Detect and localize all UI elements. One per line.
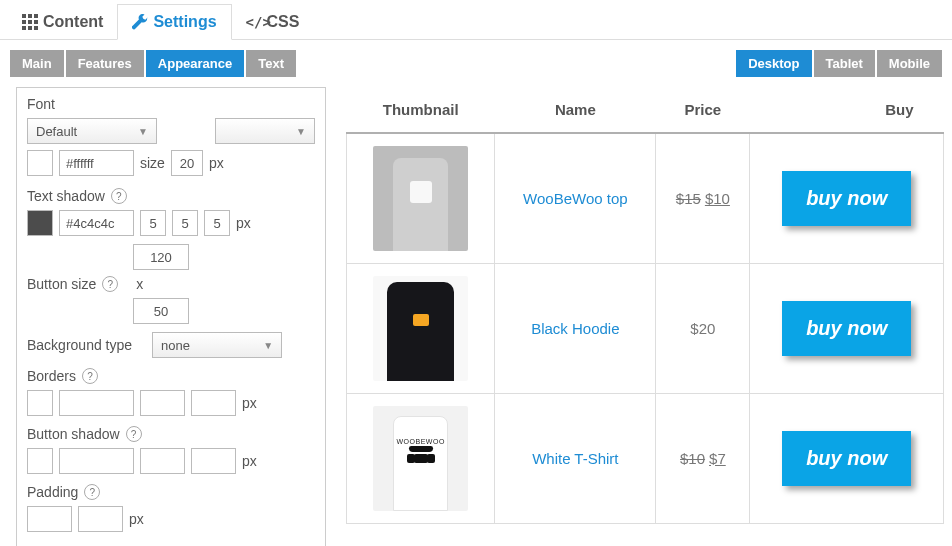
tab-content[interactable]: Content <box>8 4 117 39</box>
table-row: White T-Shirt$10$7buy now <box>347 393 944 523</box>
padding-a-input[interactable] <box>27 506 72 532</box>
cell-thumbnail <box>347 133 495 263</box>
table-row: Black Hoodie$20buy now <box>347 263 944 393</box>
tab-content-label: Content <box>43 13 103 31</box>
cell-buy: buy now <box>750 133 944 263</box>
size-label: size <box>140 155 165 171</box>
bshadow-b-input[interactable] <box>191 448 236 474</box>
sub-bar: Main Features Appearance Text Desktop Ta… <box>0 40 952 87</box>
cell-name: WooBeWoo top <box>495 133 656 263</box>
product-link[interactable]: Black Hoodie <box>531 320 619 337</box>
chevron-down-icon: ▼ <box>296 126 306 137</box>
bg-type-label: Background type <box>27 337 132 353</box>
font-family-select[interactable]: ▼ <box>215 118 315 144</box>
px-label: px <box>129 511 144 527</box>
borders-swatch[interactable] <box>27 390 53 416</box>
button-w-input[interactable] <box>133 244 189 270</box>
button-h-input[interactable] <box>133 298 189 324</box>
svg-rect-0 <box>22 14 26 18</box>
shadow-color-input[interactable] <box>59 210 134 236</box>
settings-panel: Font Default▼ ▼ size px Text shadow ? px <box>16 87 326 546</box>
borders-b-input[interactable] <box>191 390 236 416</box>
product-link[interactable]: White T-Shirt <box>532 450 618 467</box>
shadow-y-input[interactable] <box>172 210 198 236</box>
cell-buy: buy now <box>750 393 944 523</box>
bg-type-select[interactable]: none▼ <box>152 332 282 358</box>
help-icon[interactable]: ? <box>111 188 127 204</box>
tab-css-label: CSS <box>267 13 300 31</box>
product-link[interactable]: WooBeWoo top <box>523 190 628 207</box>
table-row: WooBeWoo top$15$10buy now <box>347 133 944 263</box>
svg-rect-6 <box>22 26 26 30</box>
padding-label: Padding <box>27 484 78 500</box>
bshadow-color-input[interactable] <box>59 448 134 474</box>
svg-rect-8 <box>34 26 38 30</box>
bshadow-a-input[interactable] <box>140 448 185 474</box>
wrench-icon <box>132 14 148 30</box>
button-shadow-label: Button shadow <box>27 426 120 442</box>
bg-type-value: none <box>161 338 190 353</box>
shadow-blur-input[interactable] <box>204 210 230 236</box>
subtab-text[interactable]: Text <box>246 50 296 77</box>
svg-rect-7 <box>28 26 32 30</box>
cell-buy: buy now <box>750 263 944 393</box>
th-buy: Buy <box>750 87 944 133</box>
px-label: px <box>242 453 257 469</box>
px-label: px <box>242 395 257 411</box>
help-icon[interactable]: ? <box>126 426 142 442</box>
subtab-appearance[interactable]: Appearance <box>146 50 244 77</box>
devtab-desktop[interactable]: Desktop <box>736 50 811 77</box>
svg-rect-2 <box>34 14 38 18</box>
cell-price: $10$7 <box>656 393 750 523</box>
cell-price: $20 <box>656 263 750 393</box>
cell-price: $15$10 <box>656 133 750 263</box>
font-label: Font <box>27 96 315 112</box>
subtab-main[interactable]: Main <box>10 50 64 77</box>
borders-label: Borders <box>27 368 76 384</box>
subtab-features[interactable]: Features <box>66 50 144 77</box>
devtab-tablet[interactable]: Tablet <box>814 50 875 77</box>
svg-rect-1 <box>28 14 32 18</box>
grid-icon <box>22 14 38 30</box>
th-name: Name <box>495 87 656 133</box>
x-label: x <box>136 276 143 292</box>
tab-css[interactable]: </> CSS <box>232 4 314 39</box>
svg-rect-4 <box>28 20 32 24</box>
cell-name: Black Hoodie <box>495 263 656 393</box>
font-select[interactable]: Default▼ <box>27 118 157 144</box>
top-tabs: Content Settings </> CSS <box>0 0 952 40</box>
product-thumb <box>373 276 468 381</box>
chevron-down-icon: ▼ <box>138 126 148 137</box>
shadow-color-swatch[interactable] <box>27 210 53 236</box>
font-color-swatch[interactable] <box>27 150 53 176</box>
font-color-input[interactable] <box>59 150 134 176</box>
cell-thumbnail <box>347 263 495 393</box>
sub-tabs: Main Features Appearance Text <box>10 50 298 77</box>
help-icon[interactable]: ? <box>102 276 118 292</box>
chevron-down-icon: ▼ <box>263 340 273 351</box>
buy-now-button[interactable]: buy now <box>782 171 911 226</box>
bshadow-swatch[interactable] <box>27 448 53 474</box>
devtab-mobile[interactable]: Mobile <box>877 50 942 77</box>
padding-b-input[interactable] <box>78 506 123 532</box>
font-select-value: Default <box>36 124 77 139</box>
device-tabs: Desktop Tablet Mobile <box>736 50 944 77</box>
borders-color-input[interactable] <box>59 390 134 416</box>
borders-a-input[interactable] <box>140 390 185 416</box>
cell-name: White T-Shirt <box>495 393 656 523</box>
help-icon[interactable]: ? <box>82 368 98 384</box>
buy-now-button[interactable]: buy now <box>782 301 911 356</box>
th-thumbnail: Thumbnail <box>347 87 495 133</box>
px-label: px <box>236 215 251 231</box>
cell-thumbnail <box>347 393 495 523</box>
product-table: Thumbnail Name Price Buy WooBeWoo top$15… <box>346 87 944 524</box>
font-size-input[interactable] <box>171 150 203 176</box>
code-icon: </> <box>246 14 262 30</box>
product-thumb <box>373 146 468 251</box>
tab-settings[interactable]: Settings <box>117 4 231 40</box>
buy-now-button[interactable]: buy now <box>782 431 911 486</box>
svg-rect-3 <box>22 20 26 24</box>
help-icon[interactable]: ? <box>84 484 100 500</box>
shadow-x-input[interactable] <box>140 210 166 236</box>
svg-rect-5 <box>34 20 38 24</box>
